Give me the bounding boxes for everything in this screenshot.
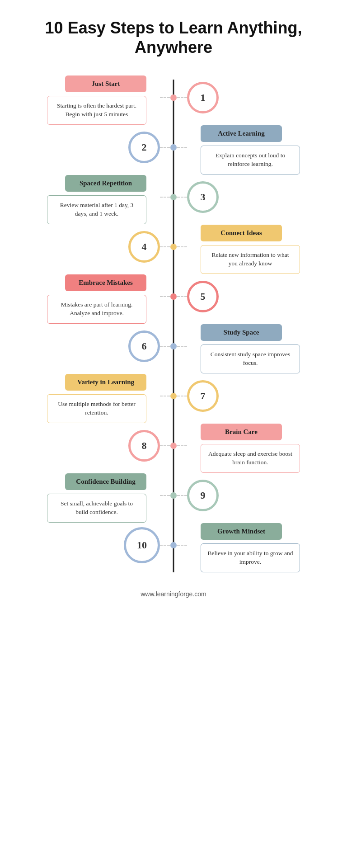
dot-6 [170,343,177,349]
desc-spaced-repetition: Review material after 1 day, 3 days, and… [47,195,146,224]
desc-active-learning: Explain concepts out loud to reinforce l… [201,146,300,175]
footer: www.learningforge.com [9,590,338,598]
label-brain-care: Brain Care [201,424,282,440]
label-variety-in-learning: Variety in Learning [65,374,146,391]
dot-4 [170,244,177,250]
label-just-start: Just Start [65,75,146,92]
label-connect-ideas: Connect Ideas [201,225,282,241]
label-confidence-building: Confidence Building [65,473,146,490]
dot-5 [170,293,177,300]
circle-4: 4 [128,231,160,263]
dot-2 [170,144,177,151]
circle-7: 7 [187,380,219,412]
desc-growth-mindset: Believe in your ability to grow and impr… [201,543,300,572]
circle-8: 8 [128,430,160,462]
desc-study-space: Consistent study space improves focus. [201,344,300,373]
label-study-space: Study Space [201,324,282,341]
desc-variety-in-learning: Use multiple methods for better retentio… [47,394,146,423]
dot-7 [170,393,177,399]
desc-just-start: Starting is often the hardest part. Begi… [47,96,146,125]
dot-8 [170,443,177,449]
dot-1 [170,94,177,101]
circle-3: 3 [187,181,219,213]
page-title: 10 Easy Steps to Learn Anything, Anywher… [9,18,338,57]
desc-confidence-building: Set small, achievable goals to build con… [47,494,146,523]
circle-6: 6 [128,330,160,362]
label-growth-mindset: Growth Mindset [201,523,282,540]
timeline: Just Start Starting is often the hardest… [9,80,338,572]
dot-9 [170,492,177,499]
label-spaced-repetition: Spaced Repetition [65,175,146,192]
label-embrace-mistakes: Embrace Mistakes [65,274,146,291]
circle-2: 2 [128,132,160,163]
circle-9: 9 [187,480,219,511]
circle-10: 10 [124,527,160,563]
desc-brain-care: Adequate sleep and exercise boost brain … [201,444,300,473]
page-wrapper: 10 Easy Steps to Learn Anything, Anywher… [0,0,347,616]
desc-embrace-mistakes: Mistakes are part of learning. Analyze a… [47,295,146,324]
label-active-learning: Active Learning [201,125,282,142]
dot-3 [170,194,177,200]
desc-connect-ideas: Relate new information to what you alrea… [201,245,300,274]
dot-10 [170,542,177,548]
circle-5: 5 [187,281,219,312]
circle-1: 1 [187,82,219,113]
